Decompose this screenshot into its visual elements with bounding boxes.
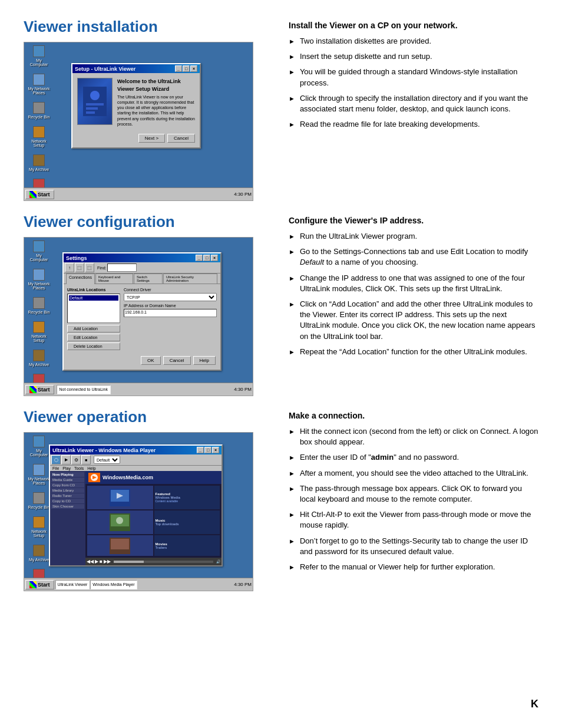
desktop-icon: My Computer bbox=[27, 45, 51, 67]
svg-rect-15 bbox=[111, 539, 129, 549]
edit-location-button[interactable]: Edit Location bbox=[67, 334, 120, 341]
connect-btn[interactable]: ▶ bbox=[61, 455, 71, 465]
taskbar-app-1[interactable]: UltraLink Viewer bbox=[55, 580, 90, 589]
wizard-body: The UltraLink Viewer is now on your comp… bbox=[117, 94, 195, 127]
dialog-title: Setup - UltraLink Viewer bbox=[75, 66, 135, 72]
configuration-bullets: ► Run the UltraLink Viewer program. ► Go… bbox=[289, 231, 538, 357]
location-item[interactable]: Default bbox=[69, 295, 118, 301]
wmp-inner: File Play Tools Help Now Playing Media G… bbox=[50, 466, 222, 565]
desktop-icon: Network Setup bbox=[27, 321, 51, 342]
disconnect-btn[interactable]: ■ bbox=[81, 455, 91, 465]
start-button[interactable]: Start bbox=[25, 190, 54, 199]
tab-switch[interactable]: Switch Settings bbox=[134, 274, 163, 284]
settings-tabs: Connections Keyboard and Mouse Switch Se… bbox=[64, 274, 220, 284]
menu-tools[interactable]: Tools bbox=[74, 466, 84, 470]
bullet-text: You will be guided through a standard Wi… bbox=[300, 67, 538, 88]
cancel-button-2[interactable]: Cancel bbox=[163, 356, 191, 365]
stop-btn[interactable]: ■ bbox=[100, 559, 103, 564]
wizard-text: Welcome to the UltraLink Viewer Setup Wi… bbox=[117, 78, 195, 127]
tab-keyboard[interactable]: Keyboard and Mouse bbox=[95, 274, 133, 284]
toolbar-btn[interactable]: ⬚ bbox=[85, 263, 94, 272]
delete-location-button[interactable]: Delete Location bbox=[67, 342, 120, 350]
sidebar-item[interactable]: Copy from CD bbox=[51, 483, 84, 487]
menu-help[interactable]: Help bbox=[87, 466, 95, 470]
tab-connections[interactable]: Connections bbox=[66, 274, 95, 284]
maximize-button[interactable]: □ bbox=[183, 65, 190, 72]
sidebar-heading: Now Playing bbox=[51, 472, 84, 477]
sidebar-item[interactable]: Media Guide bbox=[51, 477, 84, 482]
desktop-icon: My Network Places bbox=[27, 269, 51, 290]
installation-bullets: ► Two installation diskettes are provide… bbox=[289, 36, 538, 130]
sidebar-item[interactable]: Media Library bbox=[51, 488, 84, 493]
add-location-button[interactable]: Add Location bbox=[67, 325, 120, 332]
installation-right: Install the Viewer on a CP on your netwo… bbox=[289, 18, 538, 201]
location-select[interactable]: Default bbox=[94, 456, 120, 464]
prev-btn[interactable]: ◀◀ bbox=[87, 559, 94, 564]
connect-icon[interactable]: ⬡ bbox=[51, 455, 61, 465]
section-operation: Viewer operation My Computer My Network … bbox=[24, 408, 538, 591]
sidebar-item[interactable]: Copy to CD bbox=[51, 499, 84, 503]
settings-btn[interactable]: ⚙ bbox=[71, 455, 81, 465]
section-installation: Viewer installation My Computer My Netwo… bbox=[24, 18, 538, 201]
location-dropdown[interactable]: Default bbox=[94, 456, 120, 464]
sidebar-item[interactable]: Skin Chooser bbox=[51, 504, 84, 509]
network-icon bbox=[33, 74, 45, 85]
tab-security[interactable]: UltraLink Security Administration bbox=[163, 274, 217, 284]
bullet-arrow: ► bbox=[289, 52, 295, 62]
close-button[interactable]: × bbox=[190, 65, 197, 72]
page-content: Viewer installation My Computer My Netwo… bbox=[24, 18, 538, 603]
toolbar-btn[interactable]: ↑ bbox=[65, 263, 74, 272]
arch-icon bbox=[33, 545, 45, 556]
wmp-sidebar: Now Playing Media Guide Copy from CD Med… bbox=[50, 471, 85, 565]
progress-bar[interactable] bbox=[114, 561, 213, 563]
min-btn[interactable]: _ bbox=[197, 447, 204, 453]
menu-file[interactable]: File bbox=[52, 466, 59, 470]
max-btn[interactable]: □ bbox=[204, 447, 211, 453]
bullet-item: ► Refer to the manual or Viewer help for… bbox=[289, 562, 538, 572]
menu-play[interactable]: Play bbox=[62, 466, 71, 470]
bullet-text: After a moment, you should see the video… bbox=[300, 468, 538, 479]
configuration-title: Viewer configuration bbox=[24, 213, 277, 231]
find-field[interactable] bbox=[107, 263, 137, 272]
sidebar-item[interactable]: Radio Tuner bbox=[51, 493, 84, 498]
minimize-btn[interactable]: _ bbox=[196, 255, 203, 261]
bullet-arrow: ► bbox=[289, 510, 295, 531]
close-btn[interactable]: × bbox=[211, 255, 218, 261]
taskbar-app-btn[interactable]: Not connected to UltraLink bbox=[57, 385, 111, 394]
locations-list[interactable]: Default bbox=[67, 294, 120, 323]
video-info-3: Movies Trailers bbox=[154, 535, 220, 556]
desktop-icon: My Archive bbox=[27, 350, 51, 367]
toolbar-btn[interactable]: ⬚ bbox=[75, 263, 84, 272]
start-button-2[interactable]: Start bbox=[25, 385, 54, 394]
desktop-icon: Network Setup bbox=[27, 126, 51, 147]
desktop-icon: My Computer bbox=[27, 436, 51, 457]
driver-select[interactable]: TCP/IP bbox=[124, 293, 217, 301]
bullet-item: ► Enter the user ID of "admin" and no pa… bbox=[289, 452, 538, 463]
wizard-heading: Welcome to the UltraLink Viewer Setup Wi… bbox=[117, 78, 195, 93]
configuration-right-header: Configure the Viewer's IP address. bbox=[289, 216, 538, 225]
bullet-arrow: ► bbox=[289, 453, 295, 463]
titlebar-buttons: _ □ × bbox=[175, 65, 197, 72]
video-thumb-2 bbox=[87, 510, 153, 534]
bullet-text: Change the IP address to one that was as… bbox=[300, 273, 538, 294]
toolbar-label: Find: bbox=[97, 266, 107, 270]
taskbar-app-2[interactable]: Windows Media Player bbox=[90, 580, 137, 589]
ip-field[interactable]: 192.168.0.1 bbox=[124, 309, 217, 317]
cancel-button[interactable]: Cancel bbox=[167, 134, 195, 143]
minimize-button[interactable]: _ bbox=[175, 65, 182, 72]
my-computer-icon-2 bbox=[33, 241, 45, 252]
operation-title: Viewer operation bbox=[24, 408, 277, 426]
volume-icon[interactable]: 🔊 bbox=[216, 559, 220, 564]
ok-button[interactable]: OK bbox=[141, 356, 161, 365]
cls-btn[interactable]: × bbox=[212, 447, 219, 453]
ns-icon bbox=[33, 516, 45, 528]
help-button[interactable]: Help bbox=[193, 356, 216, 365]
bullet-text: Click on “Add Location” and add the othe… bbox=[300, 299, 538, 342]
next-btn[interactable]: ▶▶ bbox=[104, 559, 111, 564]
start-icon-3 bbox=[29, 581, 37, 588]
next-button[interactable]: Next > bbox=[138, 134, 165, 143]
play-btn[interactable]: ▶ bbox=[95, 559, 98, 564]
bullet-text: Insert the setup diskette and run setup. bbox=[300, 51, 538, 62]
start-button-3[interactable]: Start bbox=[25, 580, 54, 589]
maximize-btn[interactable]: □ bbox=[203, 255, 210, 261]
